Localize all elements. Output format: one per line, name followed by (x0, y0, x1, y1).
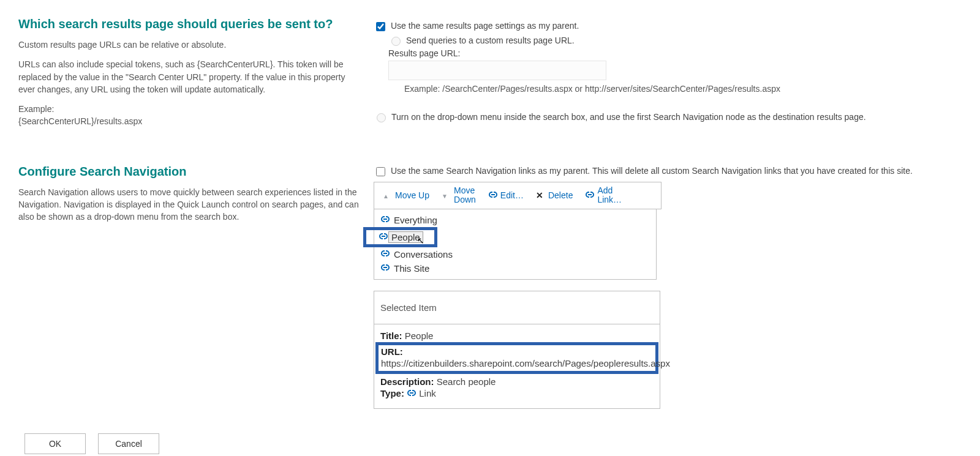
results-url-input[interactable] (388, 61, 606, 80)
move-down-button[interactable]: Move Down (435, 184, 482, 207)
link-icon (407, 389, 419, 400)
add-link-label-2: Link… (597, 195, 622, 204)
link-icon (380, 263, 390, 274)
nav-toolbar: Move Up Move Down Edit… (374, 182, 662, 209)
results-page-title: Which search results page should queries… (18, 17, 361, 31)
use-parent-results-label: Use the same results page settings as my… (391, 21, 579, 31)
selected-title-row: Title: People (380, 331, 654, 341)
dropdown-nav-radio[interactable] (377, 113, 386, 122)
move-up-button[interactable]: Move Up (377, 188, 435, 203)
link-icon (380, 249, 390, 260)
results-page-section: Which search results page should queries… (18, 6, 962, 135)
selected-url-value: https://citizenbuilders.sharepoint.com/s… (381, 358, 653, 368)
link-icon (488, 190, 498, 201)
move-down-label-2: Down (454, 195, 476, 204)
arrow-down-icon (442, 190, 451, 200)
selected-item-header: Selected Item (374, 291, 660, 324)
annotation-people-selection: People ↖ (363, 227, 437, 247)
annotation-url-highlight: URL: https://citizenbuilders.sharepoint.… (375, 342, 658, 374)
move-up-label: Move Up (395, 190, 429, 200)
use-parent-results-checkbox[interactable] (376, 22, 385, 31)
nav-item-everything[interactable]: Everything (374, 213, 656, 227)
edit-label: Edit… (500, 190, 524, 200)
cancel-button[interactable]: Cancel (98, 433, 159, 454)
nav-item-label: This Site (394, 263, 429, 274)
link-icon (380, 214, 390, 226)
x-icon (536, 190, 546, 200)
link-icon (379, 231, 388, 243)
results-example-label: Example: (18, 103, 361, 115)
selected-url-label: URL: (381, 346, 403, 357)
cursor-icon: ↖ (417, 236, 424, 245)
nav-item-thissite[interactable]: This Site (374, 261, 656, 275)
search-nav-title: Configure Search Navigation (18, 165, 361, 179)
results-desc-1: Custom results page URLs can be relative… (18, 39, 361, 51)
ok-button[interactable]: OK (24, 433, 86, 454)
search-navigation-section: Configure Search Navigation Search Navig… (18, 154, 962, 409)
arrow-up-icon (383, 190, 393, 200)
search-nav-desc: Search Navigation allows users to move q… (18, 186, 361, 223)
selected-desc-label: Description: (380, 376, 434, 387)
move-down-label-1: Move (454, 186, 475, 195)
dropdown-nav-label: Turn on the drop-down menu inside the se… (391, 112, 866, 122)
nav-item-label: Conversations (394, 249, 453, 260)
link-icon (585, 190, 595, 201)
custom-results-label: Send queries to a custom results page UR… (406, 36, 575, 45)
add-link-button[interactable]: Add Link… (579, 184, 628, 207)
selected-title-value: People (405, 331, 434, 341)
selected-desc-row: Description: Search people (380, 376, 654, 387)
results-url-label: Results page URL: (388, 48, 962, 58)
edit-button[interactable]: Edit… (482, 187, 530, 204)
selected-type-row: Type: Link (380, 388, 654, 400)
nav-list: Everything People ↖ (374, 209, 657, 280)
nav-item-label: Everything (394, 215, 437, 225)
results-desc-2: URLs can also include special tokens, su… (18, 58, 361, 95)
selected-item-panel: Selected Item Title: People URL: https:/… (374, 291, 660, 409)
selected-title-label: Title: (380, 331, 402, 341)
selected-type-label: Type: (380, 388, 404, 398)
add-link-label-1: Add (597, 186, 612, 195)
nav-item-conversations[interactable]: Conversations (374, 247, 656, 261)
custom-results-radio[interactable] (391, 37, 401, 46)
selected-type-value: Link (419, 388, 436, 398)
delete-button[interactable]: Delete (530, 188, 579, 203)
button-row: OK Cancel (18, 433, 962, 454)
results-url-example: Example: /SearchCenter/Pages/results.asp… (404, 84, 962, 94)
use-parent-nav-label: Use the same Search Navigation links as … (391, 166, 913, 176)
delete-label: Delete (548, 190, 573, 200)
results-example-value: {SearchCenterURL}/results.aspx (18, 115, 361, 127)
selected-desc-value: Search people (437, 376, 496, 387)
use-parent-nav-checkbox[interactable] (376, 167, 385, 176)
